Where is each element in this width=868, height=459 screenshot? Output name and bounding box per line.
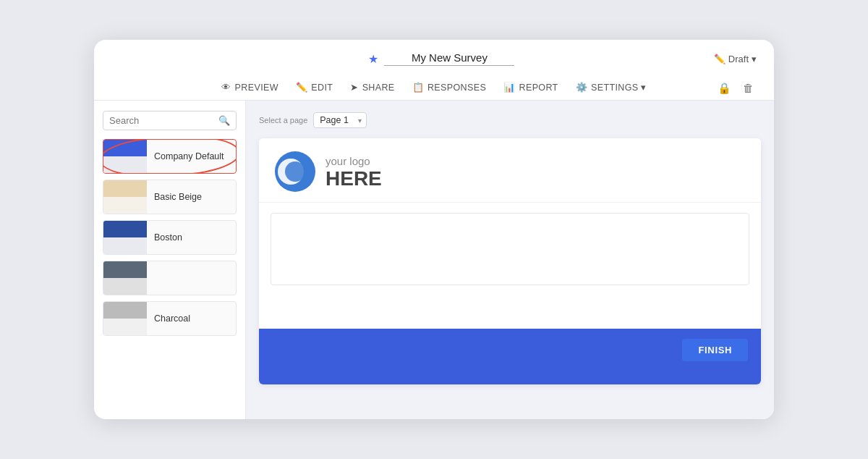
preview-content-area	[271, 213, 749, 285]
header-actions: 🔒 🗑	[715, 79, 757, 98]
main-content: 🔍 Company Default Basic Beige	[94, 101, 774, 419]
search-icon: 🔍	[218, 115, 230, 126]
share-icon: ➤	[350, 82, 358, 93]
theme-label-basic-beige: Basic Beige	[147, 192, 209, 202]
page-select-row: Select a page Page 1 ▾	[259, 112, 761, 128]
theme-swatch-company-default	[103, 140, 147, 173]
preview-bottom-bar	[259, 371, 761, 384]
logo-svg	[275, 151, 315, 192]
page-select[interactable]: Page 1	[313, 112, 367, 128]
search-box[interactable]: 🔍	[103, 111, 237, 130]
finish-button[interactable]: FINISH	[682, 339, 748, 361]
star-icon: ★	[368, 52, 378, 66]
content-area: Select a page Page 1 ▾	[246, 101, 774, 419]
logo-circle	[275, 151, 315, 192]
lock-button[interactable]: 🔒	[715, 79, 734, 98]
nav-responses[interactable]: 📋 RESPONSES	[405, 76, 494, 100]
sidebar: 🔍 Company Default Basic Beige	[94, 101, 246, 419]
logo-text-area: your logo HERE	[326, 155, 382, 189]
nav-share[interactable]: ➤ SHARE	[343, 76, 401, 100]
theme-swatch-charcoal-unnamed	[103, 261, 147, 295]
nav-settings[interactable]: ⚙️ SETTINGS ▾	[569, 76, 654, 100]
logo-text-bottom: HERE	[326, 169, 382, 189]
edit-icon: ✏️	[296, 82, 307, 93]
header: ★ My New Survey ✏️ Draft ▾ 👁 PREVIEW ✏️ …	[94, 40, 774, 101]
survey-preview: your logo HERE FINISH	[259, 138, 761, 384]
theme-item-company-default[interactable]: Company Default	[103, 139, 237, 174]
theme-swatch-boston	[103, 221, 147, 254]
logo-text-top: your logo	[326, 155, 382, 167]
preview-body	[259, 213, 761, 329]
survey-title-area: ★ My New Survey	[169, 51, 714, 66]
chevron-down-icon: ▾	[752, 54, 757, 64]
theme-item-charcoal[interactable]: Charcoal	[103, 301, 237, 336]
nav-edit[interactable]: ✏️ EDIT	[289, 76, 340, 100]
header-nav: 👁 PREVIEW ✏️ EDIT ➤ SHARE 📋 RESPONSES 📊 …	[111, 72, 757, 100]
draft-button[interactable]: ✏️ Draft ▾	[714, 54, 757, 64]
delete-button[interactable]: 🗑	[740, 79, 757, 97]
preview-footer: FINISH	[259, 329, 761, 371]
nav-report[interactable]: 📊 REPORT	[496, 76, 566, 100]
theme-label-boston: Boston	[147, 232, 190, 243]
pencil-icon: ✏️	[714, 54, 726, 64]
search-input[interactable]	[109, 115, 218, 126]
report-icon: 📊	[503, 82, 515, 93]
page-select-label: Select a page	[259, 116, 307, 125]
survey-title[interactable]: My New Survey	[384, 51, 514, 66]
responses-icon: 📋	[412, 82, 424, 93]
theme-item-boston[interactable]: Boston	[103, 220, 237, 255]
page-select-wrapper: Page 1 ▾	[313, 112, 367, 128]
nav-preview[interactable]: 👁 PREVIEW	[214, 76, 286, 100]
draft-label: Draft	[728, 54, 749, 64]
eye-icon: 👁	[221, 82, 231, 93]
theme-swatch-charcoal	[103, 302, 147, 335]
main-window: ★ My New Survey ✏️ Draft ▾ 👁 PREVIEW ✏️ …	[94, 40, 774, 419]
svg-point-2	[285, 161, 305, 182]
theme-label-charcoal: Charcoal	[147, 313, 197, 324]
theme-label-company-default: Company Default	[147, 151, 231, 161]
settings-icon: ⚙️	[576, 82, 587, 93]
preview-header: your logo HERE	[259, 138, 761, 203]
header-top: ★ My New Survey ✏️ Draft ▾	[111, 40, 757, 72]
theme-item-charcoal-unnamed[interactable]	[103, 261, 237, 295]
theme-item-basic-beige[interactable]: Basic Beige	[103, 180, 237, 214]
theme-swatch-basic-beige	[103, 180, 147, 214]
